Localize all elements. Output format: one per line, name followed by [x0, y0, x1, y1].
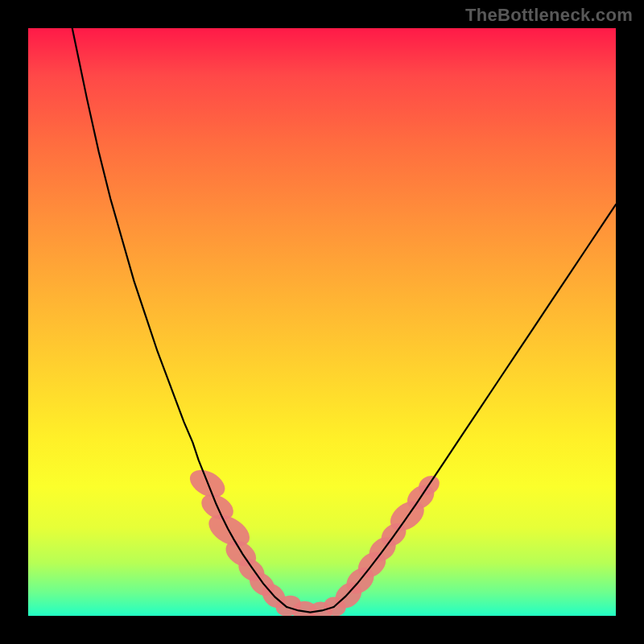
plot-area	[28, 28, 616, 616]
left-curve	[72, 28, 287, 607]
chart-svg	[28, 28, 616, 616]
highlight-blobs-group	[185, 464, 443, 616]
chart-frame: TheBottleneck.com	[0, 0, 644, 644]
watermark-label: TheBottleneck.com	[465, 5, 633, 26]
